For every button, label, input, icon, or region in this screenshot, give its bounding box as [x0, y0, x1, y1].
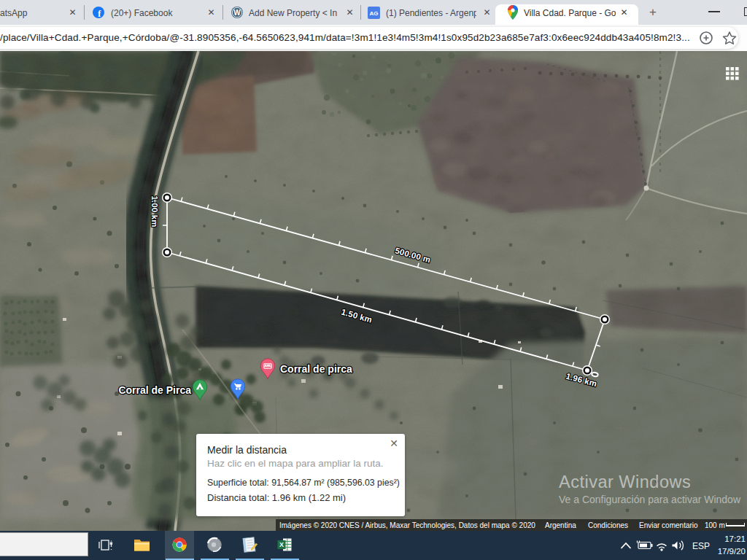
svg-text:W: W — [233, 9, 241, 17]
svg-text:1.00 km: 1.00 km — [150, 195, 159, 228]
svg-text:Corral de pirca: Corral de pirca — [280, 363, 352, 375]
svg-text:X: X — [279, 541, 284, 548]
svg-text:Corral de Pirca: Corral de Pirca — [118, 384, 191, 396]
svg-text:AG: AG — [370, 10, 379, 17]
